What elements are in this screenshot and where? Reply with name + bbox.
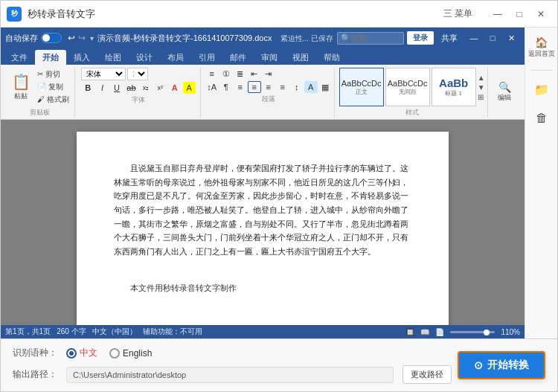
border-button[interactable]: ▦ [318,81,332,93]
show-para-button[interactable]: ¶ [219,81,233,93]
numbered-list-button[interactable]: ① [219,68,233,80]
tab-design[interactable]: 设计 [129,50,160,65]
tab-layout[interactable]: 布局 [160,50,191,65]
superscript-button[interactable]: x² [154,82,167,94]
tab-insert[interactable]: 插入 [66,50,97,65]
folder-button[interactable]: 📁 [533,80,551,100]
trash-button[interactable]: 🗑 [534,109,549,128]
english-radio[interactable]: English [109,348,152,359]
font-size-select[interactable]: 11 [127,68,148,80]
app-close-button[interactable]: ✕ [530,4,551,25]
subscript-button[interactable]: x₂ [139,82,152,94]
tab-view[interactable]: 视图 [285,50,316,65]
tab-draw[interactable]: 绘图 [97,50,129,65]
word-maximize-button[interactable]: □ [484,30,501,45]
font-select-row: 宋体 11 [81,68,196,80]
saved-status: 紧迫性... 已保存 [280,34,333,42]
zoom-slider[interactable] [450,331,495,333]
editing-button[interactable]: 🔍 编辑 [493,80,516,104]
styles-scroll-buttons: ▲ ▼ ⊞ [478,74,485,101]
cut-button[interactable]: ✂ 剪切 [35,68,71,80]
line-spacing-button[interactable]: ↕ [290,81,304,93]
increase-indent-button[interactable]: ⇥ [262,68,275,80]
tab-references[interactable]: 引用 [191,50,222,65]
tab-home[interactable]: 开始 [35,50,66,65]
sort-button[interactable]: ↕A [205,81,219,93]
clipboard-label: 剪贴板 [30,108,50,118]
chinese-radio[interactable]: 中文 [66,347,97,359]
align-right-button[interactable]: ≡ [262,81,275,93]
align-center-button[interactable]: ≡ [248,81,261,93]
focus-icon[interactable]: 🔲 [405,328,414,336]
styles-content: AaBbCcDc 正文 AaBbCcDc 无间距 AaBb 标题 1 ▲ [339,68,485,106]
bullet-list-button[interactable]: ≡ [205,68,219,80]
format-painter-button[interactable]: 🖌 格式刷 [35,94,71,106]
undo-icon[interactable]: ↩ [68,33,75,43]
font-label: 字体 [132,95,145,105]
word-close-button[interactable]: ✕ [502,30,520,45]
output-label: 输出路径： [13,368,57,381]
back-home-button[interactable]: 🏠 返回首页 [527,33,557,61]
justify-button[interactable]: ≡ [276,81,289,93]
tab-mailings[interactable]: 邮件 [222,50,254,65]
main-area: 自动保存 ↩ ↪ ▾ 演示音频-秒转录音转文字-1661410077309.do… [1,28,557,338]
search-icon: 🔍 [341,33,351,43]
style-normal-button[interactable]: AaBbCcDc 正文 [339,68,384,106]
share-button[interactable]: 共享 [437,31,462,45]
doc-footer: 本文件用秒转录音转文字制作 [114,281,411,295]
styles-scroll-down[interactable]: ▼ [478,83,485,91]
paragraph-label: 段落 [262,94,275,104]
italic-button[interactable]: I [96,82,109,94]
multilevel-list-button[interactable]: ≣ [234,68,247,80]
change-path-button[interactable]: 更改路径 [403,365,452,384]
ribbon-styles-group: AaBbCcDc 正文 AaBbCcDc 无间距 AaBb 标题 1 ▲ [336,68,487,118]
recognition-label: 识别语种： [13,347,57,359]
align-buttons: ↕A ¶ ≡ ≡ ≡ ≡ ↕ A ▦ [205,81,332,93]
paste-button[interactable]: 📋 粘贴 [9,71,33,103]
menu-button[interactable]: 三 菜单 [436,5,480,22]
app-window: 秒 秒转录音转文字 三 菜单 — □ ✕ 自动保存 ↩ ↪ ▾ [0,0,558,392]
font-controls: 宋体 11 B I U ab x₂ x² [81,68,196,94]
login-button[interactable]: 登录 [407,31,434,45]
tab-file[interactable]: 文件 [4,50,35,65]
app-maximize-button[interactable]: □ [509,4,530,25]
read-mode-icon[interactable]: 📖 [420,328,429,336]
document-content: 且说黛玉自那日弃舟登岸时，便有荣国府打发了轿子并拉行李的车辆过了。这林黛玉常听的… [114,161,411,295]
trash-icon: 🗑 [536,112,548,125]
underline-button[interactable]: U [110,82,123,94]
word-container: 自动保存 ↩ ↪ ▾ 演示音频-秒转录音转文字-1661410077309.do… [1,28,525,338]
app-minimize-button[interactable]: — [487,4,508,25]
font-family-select[interactable]: 宋体 [81,68,126,80]
align-left-button[interactable]: ≡ [234,81,247,93]
ribbon-font-group: 宋体 11 B I U ab x₂ x² [77,68,201,118]
start-convert-button[interactable]: ⊙ 开始转换 [458,351,545,379]
tab-review[interactable]: 审阅 [254,50,285,65]
styles-scroll-up[interactable]: ▲ [478,74,485,82]
autosave-toggle[interactable] [41,33,62,43]
word-minimize-button[interactable]: — [465,30,483,45]
styles-expand[interactable]: ⊞ [478,93,485,101]
decrease-indent-button[interactable]: ⇤ [248,68,261,80]
font-color-button[interactable]: A [168,82,181,94]
autosave-group: 自动保存 ↩ ↪ ▾ [5,33,94,44]
highlight-button[interactable]: A [183,82,196,94]
doc-paragraph-1: 且说黛玉自那日弃舟登岸时，便有荣国府打发了轿子并拉行李的车辆过了。这林黛玉常听的… [114,161,411,259]
right-panel: 🏠 返回首页 📁 🗑 [525,28,557,338]
language-radio-group: 中文 English [66,347,152,359]
style-no-spacing-button[interactable]: AaBbCcDc 无间距 [385,68,430,106]
copy-button[interactable]: 📄 复制 [35,81,71,93]
word-search-box[interactable]: 🔍 [337,32,404,45]
word-search-input[interactable] [351,34,400,42]
output-path-input[interactable] [66,367,394,383]
output-path-row: 输出路径： 更改路径 [13,365,452,384]
english-label: English [123,348,152,359]
redo-icon[interactable]: ↪ [78,33,86,43]
strikethrough-button[interactable]: ab [125,82,138,94]
document-area[interactable]: 且说黛玉自那日弃舟登岸时，便有荣国府打发了轿子并拉行李的车辆过了。这林黛玉常听的… [1,120,525,325]
style-heading1-button[interactable]: AaBb 标题 1 [432,68,476,106]
bold-button[interactable]: B [81,82,94,94]
language-info: 中文（中国） [92,327,137,337]
print-layout-icon[interactable]: 📄 [435,328,444,336]
tab-help[interactable]: 帮助 [316,50,347,65]
shading-button[interactable]: A [304,81,318,93]
